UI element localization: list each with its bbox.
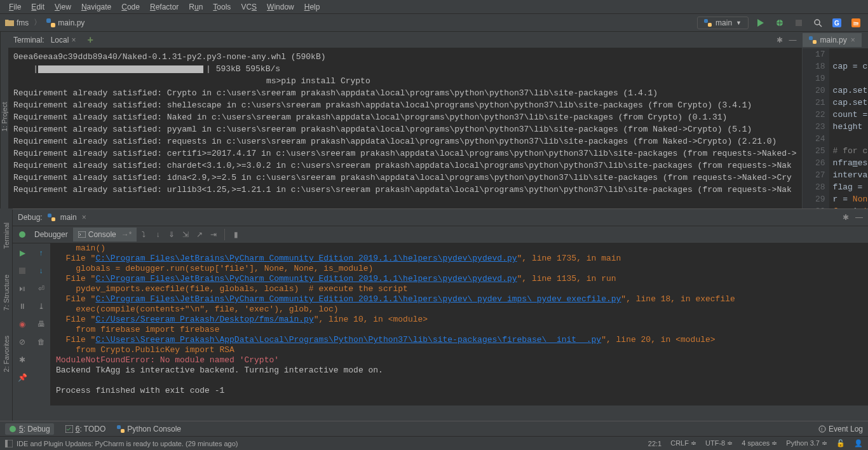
cursor-position[interactable]: 22:1 (648, 440, 661, 447)
svg-rect-20 (117, 425, 121, 429)
terminal-tool-button[interactable]: Terminal (3, 222, 10, 249)
debug-button[interactable] (773, 16, 787, 30)
svg-text:G: G (834, 20, 839, 27)
close-icon[interactable]: × (82, 213, 86, 222)
scroll-end-icon[interactable]: ⤓ (34, 299, 48, 313)
terminal-tab-local[interactable]: Local × (47, 34, 80, 46)
menu-window[interactable]: Window (262, 3, 299, 11)
debug-config-name: main (60, 213, 77, 222)
tool-window-icon[interactable] (5, 440, 13, 447)
menu-tools[interactable]: Tools (208, 3, 236, 11)
bug-icon (9, 425, 17, 433)
minimize-icon[interactable]: — (789, 36, 797, 44)
evaluate-icon[interactable]: ▮ (229, 228, 243, 242)
lock-icon[interactable]: 🔓 (836, 439, 845, 447)
todo-icon (65, 425, 73, 433)
menu-file[interactable]: File (4, 3, 26, 11)
svg-rect-5 (796, 20, 802, 26)
terminal-pane: Terminal: Local × + ✱ — 0eea6eeaa9c39ddb… (8, 32, 802, 208)
clear-icon[interactable]: 🗑 (34, 335, 48, 349)
pin-button[interactable]: 📌 (15, 371, 29, 385)
menu-run[interactable]: Run (184, 3, 208, 11)
breadcrumb-folder[interactable]: fms (5, 18, 29, 27)
bottom-tab-todo[interactable]: 6: TODO (65, 425, 106, 433)
editor-pane: main.py × 171819202122232425262728293031… (802, 32, 868, 208)
terminal-new-tab[interactable]: + (87, 34, 93, 46)
console-toolbar: ↑ ↓ ⏎ ⤓ 🖶 🗑 (32, 243, 51, 406)
step-over-icon[interactable]: ⤵ (137, 228, 151, 242)
debug-title-label: Debug: (18, 213, 43, 222)
debug-control-toolbar: ▶ ⏯ ⏸ ◉ ⊘ ✱ 📌 (13, 243, 32, 406)
encoding-selector[interactable]: UTF-8 ≑ (705, 439, 733, 447)
gear-icon[interactable]: ✱ (843, 213, 849, 222)
print-icon[interactable]: 🖶 (34, 317, 48, 331)
search-everywhere-button[interactable] (811, 16, 825, 30)
run-button[interactable] (754, 16, 768, 30)
stop-button[interactable] (15, 264, 29, 278)
step-into-icon[interactable]: ↓ (151, 228, 165, 242)
indent-selector[interactable]: 4 spaces ≑ (742, 439, 777, 447)
left-tool-stripe-lower: Terminal 7: Structure 2: Favorites (0, 210, 13, 421)
menu-navigate[interactable]: Navigate (76, 3, 116, 11)
run-configuration-selector[interactable]: main ▼ (697, 17, 749, 29)
bottom-tab-python-console[interactable]: Python Console (117, 425, 181, 433)
code-editor[interactable]: 17181920212223242526272829303132 cap = c… (803, 48, 868, 208)
debugger-tab[interactable]: Debugger (29, 228, 73, 242)
nav-toolbar: fms 〉 main.py main ▼ G (0, 14, 868, 32)
soft-wrap-icon[interactable]: ⏎ (34, 282, 48, 296)
favorites-tool-button[interactable]: 2: Favorites (3, 336, 10, 372)
rerun-button[interactable]: ▶ (15, 246, 29, 260)
debug-bug-icon[interactable] (15, 228, 29, 242)
bottom-tab-debug[interactable]: 5: Debug (5, 423, 54, 435)
svg-rect-25 (5, 440, 8, 447)
pause-button[interactable]: ⏸ (15, 299, 29, 313)
google-search-icon[interactable]: G (830, 16, 844, 30)
gear-icon[interactable]: ✱ (776, 36, 783, 44)
down-icon[interactable]: ↓ (34, 264, 48, 278)
chevron-down-icon: ▼ (736, 20, 742, 26)
python-icon (809, 36, 817, 44)
up-icon[interactable]: ↑ (34, 246, 48, 260)
svg-point-6 (815, 20, 820, 25)
resume-button[interactable]: ⏯ (15, 282, 29, 296)
console-tab[interactable]: Console →* (73, 228, 137, 242)
python-icon (117, 425, 125, 433)
structure-tool-button[interactable]: 7: Structure (3, 275, 10, 311)
interpreter-selector[interactable]: Python 3.7 ≑ (786, 439, 827, 447)
breadcrumb-file[interactable]: main.py (46, 18, 85, 27)
inspector-icon[interactable]: 👤 (854, 439, 863, 447)
force-step-icon[interactable]: ⇲ (179, 228, 193, 242)
stop-button[interactable] (792, 16, 806, 30)
menu-view[interactable]: View (50, 3, 76, 11)
line-ending-selector[interactable]: CRLF ≑ (670, 439, 696, 447)
step-into-my-icon[interactable]: ⇓ (165, 228, 179, 242)
svg-rect-16 (78, 231, 86, 238)
console-icon (78, 231, 86, 238)
menu-code[interactable]: Code (116, 3, 145, 11)
svg-point-18 (10, 426, 16, 432)
project-tool-button[interactable]: 1: Project (1, 102, 8, 132)
close-icon[interactable]: × (851, 36, 855, 44)
menu-vcs[interactable]: VCS (236, 3, 262, 11)
menu-help[interactable]: Help (299, 3, 325, 11)
settings-button[interactable]: ✱ (15, 353, 29, 367)
mute-breakpoints-button[interactable]: ⊘ (15, 335, 29, 349)
menu-edit[interactable]: Edit (26, 3, 50, 11)
svg-rect-14 (51, 217, 55, 221)
event-log-button[interactable]: ! Event Log (818, 425, 863, 433)
debug-console-output[interactable]: main() File "C:\Program Files\JetBrains\… (51, 243, 868, 406)
terminal-output[interactable]: 0eea6eeaa9c39ddb89a40/Naked-0.1.31-py2.p… (8, 48, 802, 208)
close-icon[interactable]: × (71, 36, 76, 44)
left-tool-stripe: 1: Project (0, 32, 8, 208)
stackoverflow-icon[interactable] (849, 16, 863, 30)
python-icon (46, 18, 55, 27)
editor-tab-main[interactable]: main.py × (803, 33, 862, 47)
python-icon (704, 19, 712, 27)
menu-refactor[interactable]: Refactor (145, 3, 184, 11)
view-breakpoints-button[interactable]: ◉ (15, 317, 29, 331)
svg-rect-2 (704, 19, 708, 23)
run-to-cursor-icon[interactable]: ⇥ (207, 228, 220, 242)
svg-rect-12 (813, 40, 817, 44)
minimize-icon[interactable]: — (855, 213, 863, 222)
step-out-icon[interactable]: ↗ (193, 228, 207, 242)
